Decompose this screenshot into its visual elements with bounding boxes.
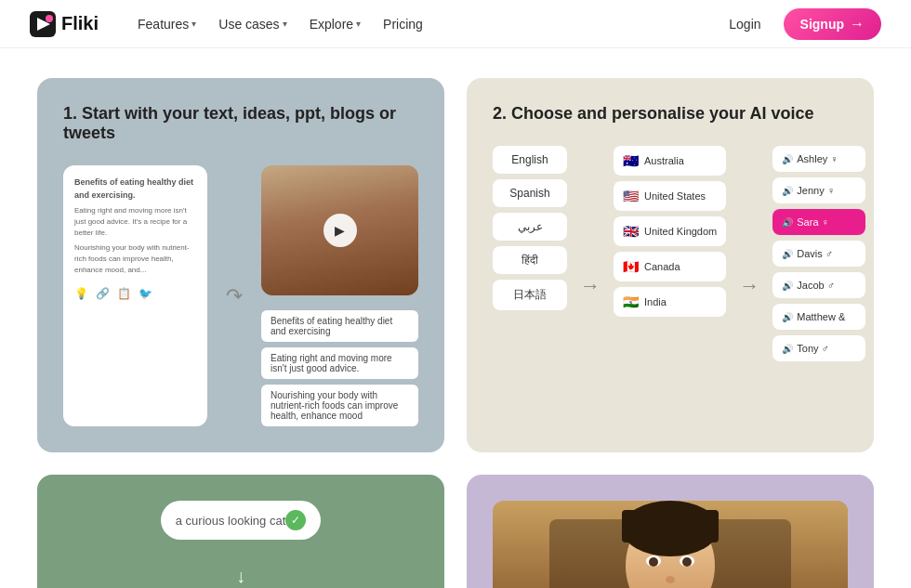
speaker-icon: 🔊 — [782, 312, 793, 322]
step2-inner: English Spanish عربي हिंदी 日本語 → 🇦🇺 Aust… — [493, 146, 848, 426]
countries-col: 🇦🇺 Australia 🇺🇸 United States 🇬🇧 United … — [614, 146, 726, 426]
step1-text-line1: Benefits of eating healthy diet and exer… — [74, 176, 196, 202]
speaker-icon: 🔊 — [782, 281, 793, 291]
nav-explore[interactable]: Explore ▾ — [300, 11, 370, 37]
step1-title: 1. Start with your text, ideas, ppt, blo… — [63, 104, 418, 143]
lang-spanish[interactable]: Spanish — [493, 179, 567, 207]
person-svg — [493, 501, 848, 588]
main-content: 1. Start with your text, ideas, ppt, blo… — [0, 48, 911, 588]
copy-icon: 📋 — [117, 285, 131, 302]
voice-jacob[interactable]: 🔊 Jacob ♂ — [772, 272, 865, 298]
step1-bullet3: Nourishing your body with nutrient-rich … — [261, 385, 418, 426]
speaker-icon: 🔊 — [782, 186, 793, 196]
country-australia[interactable]: 🇦🇺 Australia — [614, 146, 726, 176]
nav-actions: Login Signup → — [718, 8, 881, 40]
step3-check-icon: ✓ — [285, 510, 306, 530]
step1-inner: Benefits of eating healthy diet and exer… — [63, 165, 418, 426]
lang-japanese[interactable]: 日本語 — [493, 280, 567, 310]
flag-gb: 🇬🇧 — [623, 224, 639, 239]
svg-point-25 — [682, 557, 692, 567]
step3-arrow-icon: ↓ — [63, 566, 418, 587]
nav-usecases[interactable]: Use cases ▾ — [209, 11, 296, 37]
bulb-icon: 💡 — [74, 285, 88, 302]
flag-in: 🇮🇳 — [623, 294, 639, 309]
chevron-down-icon: ▾ — [356, 19, 361, 29]
step3-prompt-text: a curious looking cat — [176, 514, 286, 528]
step1-text-line2: Eating right and moving more isn't just … — [74, 205, 196, 239]
step2-arrow-icon: → — [578, 146, 602, 426]
country-uk[interactable]: 🇬🇧 United Kingdom — [614, 216, 726, 246]
flag-au: 🇦🇺 — [623, 153, 639, 168]
voices-col: 🔊 Ashley ♀ 🔊 Jenny ♀ 🔊 Sara ♀ 🔊 Davis ♂ … — [772, 146, 865, 426]
svg-point-2 — [46, 15, 53, 22]
voice-ashley[interactable]: 🔊 Ashley ♀ — [772, 146, 865, 172]
svg-point-24 — [649, 557, 658, 567]
step1-card: 1. Start with your text, ideas, ppt, blo… — [37, 78, 444, 452]
step1-thumbnail: ▶ — [261, 165, 418, 295]
speaker-icon: 🔊 — [782, 154, 793, 164]
step1-text-line3: Nourishing your body with nutrient-rich … — [74, 242, 196, 276]
speaker-icon: 🔊 — [782, 344, 793, 354]
nav-features[interactable]: Features ▾ — [128, 11, 205, 37]
country-canada[interactable]: 🇨🇦 Canada — [614, 252, 726, 281]
voice-jenny[interactable]: 🔊 Jenny ♀ — [772, 177, 865, 203]
step2-title: 2. Choose and personalise your AI voice — [493, 104, 848, 124]
logo-text: Fliki — [61, 13, 99, 34]
country-india[interactable]: 🇮🇳 India — [614, 287, 726, 317]
svg-point-26 — [666, 576, 675, 583]
speaker-icon: 🔊 — [782, 217, 793, 228]
steps-grid: 1. Start with your text, ideas, ppt, blo… — [37, 78, 874, 588]
logo[interactable]: Fliki — [30, 11, 99, 37]
step4-person-visual — [493, 501, 848, 588]
step4-card: ▶ ⬇ Download 4. Preview instantly and pe… — [467, 475, 874, 588]
share-icon: 🔗 — [96, 285, 110, 302]
voice-tony[interactable]: 🔊 Tony ♂ — [772, 335, 865, 361]
navbar: Fliki Features ▾ Use cases ▾ Explore ▾ P… — [0, 0, 911, 48]
flag-us: 🇺🇸 — [623, 189, 639, 203]
signup-button[interactable]: Signup → — [784, 8, 881, 40]
nav-pricing[interactable]: Pricing — [374, 11, 432, 37]
step3-card: a curious looking cat ✓ ↓ — [37, 475, 444, 588]
flag-ca: 🇨🇦 — [623, 259, 639, 274]
svg-rect-19 — [622, 510, 719, 542]
step3-prompt-bar: a curious looking cat ✓ — [161, 501, 322, 540]
step1-bullet2: Eating right and moving more isn't just … — [261, 347, 418, 379]
step1-bullets: Benefits of eating healthy diet and exer… — [261, 310, 418, 426]
country-us[interactable]: 🇺🇸 United States — [614, 181, 726, 211]
lang-hindi[interactable]: हिंदी — [493, 246, 567, 274]
nav-links: Features ▾ Use cases ▾ Explore ▾ Pricing — [128, 11, 718, 37]
chevron-down-icon: ▾ — [191, 19, 196, 29]
step1-arrow-icon: ↷ — [222, 165, 246, 426]
voice-matthew[interactable]: 🔊 Matthew & — [772, 304, 865, 330]
twitter-icon: 🐦 — [139, 285, 152, 302]
lang-arabic[interactable]: عربي — [493, 213, 567, 241]
login-button[interactable]: Login — [718, 11, 772, 37]
lang-english[interactable]: English — [493, 146, 567, 174]
step1-icon-bar: 💡 🔗 📋 🐦 — [74, 285, 196, 302]
step1-text-panel: Benefits of eating healthy diet and exer… — [63, 165, 207, 426]
step1-video: ▶ — [261, 165, 418, 295]
step2-arrow2-icon: → — [737, 146, 761, 426]
chevron-down-icon: ▾ — [283, 19, 287, 29]
speaker-icon: 🔊 — [782, 249, 793, 259]
logo-icon — [30, 11, 56, 37]
languages-col: English Spanish عربي हिंदी 日本語 — [493, 146, 567, 426]
voice-davis[interactable]: 🔊 Davis ♂ — [772, 241, 865, 267]
play-button[interactable]: ▶ — [323, 214, 357, 247]
step4-video-panel: ▶ — [493, 501, 848, 588]
voice-sara[interactable]: 🔊 Sara ♀ — [772, 209, 865, 235]
arrow-right-icon: → — [850, 16, 865, 33]
step2-card: 2. Choose and personalise your AI voice … — [467, 78, 874, 452]
step1-bullet1: Benefits of eating healthy diet and exer… — [261, 310, 418, 342]
